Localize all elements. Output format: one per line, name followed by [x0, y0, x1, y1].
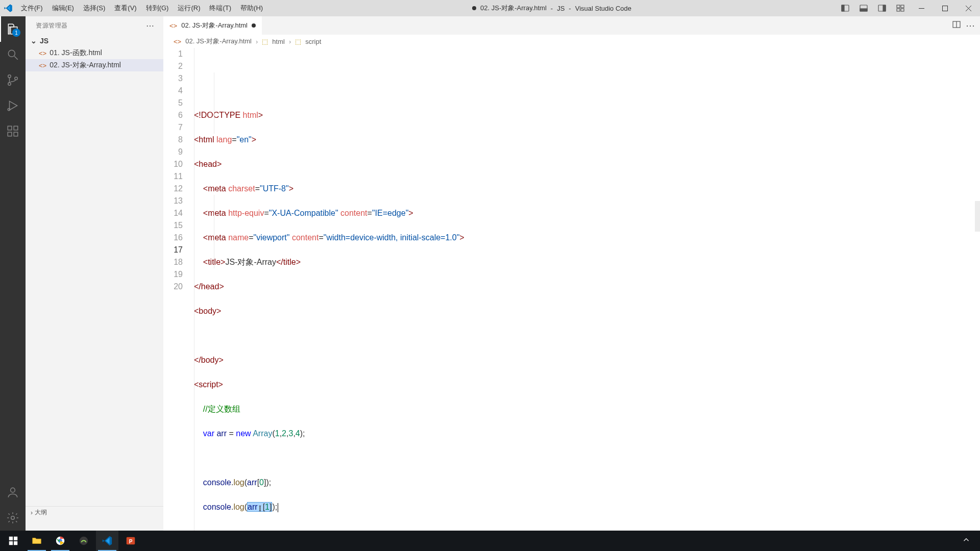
html-file-icon: <>: [39, 49, 46, 57]
crumb-script[interactable]: script: [305, 38, 321, 45]
menu-bar: 文件(F) 编辑(E) 选择(S) 查看(V) 转到(G) 运行(R) 终端(T…: [16, 0, 267, 16]
svg-rect-7: [901, 5, 904, 8]
svg-rect-3: [860, 9, 867, 11]
taskbar-vscode[interactable]: [96, 531, 118, 551]
tree-root[interactable]: ⌄ JS: [26, 35, 163, 47]
toggle-secondary-sidebar-icon[interactable]: [873, 0, 891, 16]
activity-settings[interactable]: [0, 505, 26, 531]
svg-point-15: [8, 108, 10, 110]
menu-run[interactable]: 运行(R): [173, 0, 205, 16]
editor-group: <> 02. JS-对象-Array.html ⋯ <> 02. JS-对象-A…: [163, 16, 980, 531]
window-minimize-button[interactable]: [910, 0, 933, 16]
activity-extensions[interactable]: [0, 118, 26, 144]
file-name: 01. JS-函数.html: [50, 48, 102, 58]
code-content[interactable]: <!DOCTYPE html> <html lang="en"> <head> …: [194, 48, 980, 531]
svg-rect-23: [9, 537, 13, 540]
svg-rect-25: [9, 541, 13, 545]
title-project: JS: [557, 5, 565, 12]
menu-select[interactable]: 选择(S): [79, 0, 110, 16]
file-name: 02. JS-对象-Array.html: [50, 61, 121, 70]
menu-terminal[interactable]: 终端(T): [205, 0, 236, 16]
editor-selection: arr[1]: [247, 502, 272, 512]
toggle-panel-icon[interactable]: [854, 0, 873, 16]
html-file-icon: <>: [174, 38, 181, 45]
windows-taskbar: P: [0, 531, 980, 551]
taskbar-start[interactable]: [2, 531, 24, 551]
svg-rect-9: [901, 9, 904, 11]
activity-accounts[interactable]: [0, 480, 26, 505]
tab-modified-dot-icon: [252, 23, 256, 28]
menu-view[interactable]: 查看(V): [110, 0, 141, 16]
tree-root-label: JS: [40, 37, 48, 45]
svg-point-21: [11, 516, 15, 520]
split-editor-icon[interactable]: [952, 20, 961, 31]
taskbar-app[interactable]: [72, 531, 95, 551]
toggle-primary-sidebar-icon[interactable]: [836, 0, 854, 16]
chevron-down-icon: ⌄: [31, 37, 38, 45]
window-close-button[interactable]: [957, 0, 980, 16]
title-app: Visual Studio Code: [575, 5, 631, 12]
customize-layout-icon[interactable]: [891, 0, 910, 16]
svg-rect-19: [14, 126, 18, 130]
activity-bar: 1: [0, 16, 26, 531]
explorer-badge: 1: [12, 29, 20, 37]
activity-run-debug[interactable]: [0, 93, 26, 118]
title-sep: -: [551, 5, 553, 12]
svg-text:P: P: [129, 539, 133, 544]
code-editor[interactable]: 1234567891011121314151617181920 <!DOCTYP…: [163, 48, 980, 531]
symbol-module-icon: ⬚: [262, 38, 268, 45]
crumb-html[interactable]: html: [272, 38, 285, 45]
svg-rect-10: [942, 6, 947, 11]
file-tree: ⌄ JS <> 01. JS-函数.html <> 02. JS-对象-Arra…: [26, 35, 163, 71]
vscode-logo-icon: [0, 4, 16, 13]
svg-rect-26: [14, 541, 17, 545]
menu-edit[interactable]: 编辑(E): [47, 0, 79, 16]
minimap-viewport[interactable]: [975, 201, 980, 232]
outline-label: 大纲: [35, 508, 47, 517]
svg-rect-24: [14, 537, 17, 540]
activity-explorer[interactable]: 1: [0, 16, 26, 42]
sidebar-more-icon[interactable]: ⋯: [146, 21, 155, 31]
chevron-right-icon: ›: [289, 38, 291, 45]
chevron-right-icon: ›: [256, 38, 258, 45]
svg-point-14: [15, 77, 17, 80]
html-file-icon: <>: [39, 62, 46, 69]
tab-label: 02. JS-对象-Array.html: [181, 21, 248, 30]
taskbar-file-explorer[interactable]: [26, 531, 48, 551]
svg-rect-5: [883, 5, 886, 11]
taskbar-chrome[interactable]: [49, 531, 71, 551]
taskbar-tray-chevron[interactable]: [962, 535, 978, 546]
modified-dot-icon: [472, 6, 476, 10]
menu-file[interactable]: 文件(F): [16, 0, 47, 16]
taskbar-powerpoint[interactable]: P: [119, 531, 142, 551]
title-bar: 文件(F) 编辑(E) 选择(S) 查看(V) 转到(G) 运行(R) 终端(T…: [0, 0, 980, 16]
menu-help[interactable]: 帮助(H): [236, 0, 267, 16]
editor-tabs: <> 02. JS-对象-Array.html ⋯: [163, 16, 980, 35]
file-item[interactable]: <> 01. JS-函数.html: [26, 47, 163, 59]
svg-point-20: [11, 488, 15, 492]
chevron-right-icon: ›: [31, 509, 33, 516]
title-sep2: -: [569, 5, 571, 12]
svg-point-11: [8, 50, 15, 57]
activity-search[interactable]: [0, 42, 26, 67]
crumb-file[interactable]: 02. JS-对象-Array.html: [185, 37, 252, 46]
window-title: 02. JS-对象-Array.html - JS - Visual Studi…: [267, 4, 836, 13]
svg-rect-8: [897, 9, 900, 11]
more-actions-icon[interactable]: ⋯: [966, 20, 975, 31]
activity-source-control[interactable]: [0, 67, 26, 93]
editor-caret: [278, 503, 278, 512]
svg-rect-17: [8, 132, 12, 136]
svg-point-13: [8, 83, 11, 85]
file-item[interactable]: <> 02. JS-对象-Array.html: [26, 59, 163, 71]
outline-section[interactable]: › 大纲: [26, 506, 163, 518]
breadcrumbs[interactable]: <> 02. JS-对象-Array.html › ⬚ html › ⬚ scr…: [163, 35, 980, 48]
svg-rect-6: [897, 5, 900, 8]
explorer-sidebar: 资源管理器 ⋯ ⌄ JS <> 01. JS-函数.html <> 02. JS…: [26, 16, 163, 531]
svg-rect-1: [842, 5, 844, 11]
menu-go[interactable]: 转到(G): [141, 0, 174, 16]
window-maximize-button[interactable]: [933, 0, 957, 16]
svg-point-12: [8, 75, 11, 78]
html-file-icon: <>: [169, 22, 177, 30]
editor-tab[interactable]: <> 02. JS-对象-Array.html: [163, 16, 262, 35]
sidebar-header: 资源管理器 ⋯: [26, 16, 163, 35]
